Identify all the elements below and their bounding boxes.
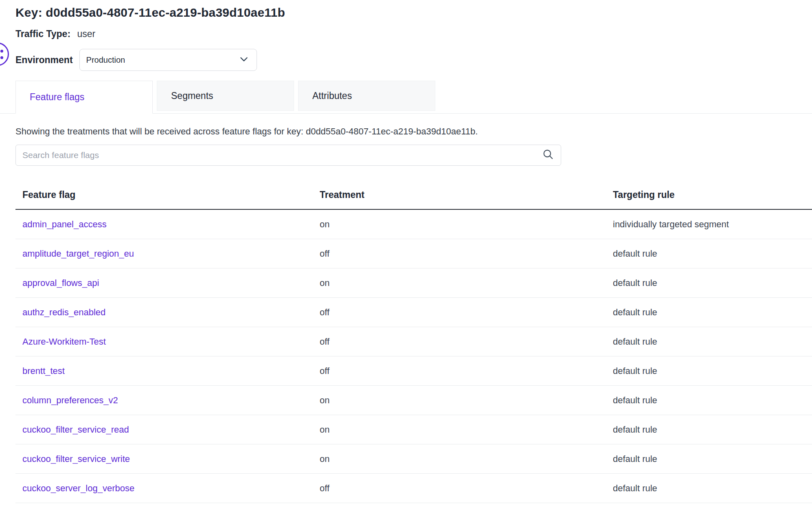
feature-flag-link[interactable]: cuckoo_filter_service_read: [22, 424, 129, 435]
page-title: Key: d0dd55a0-4807-11ec-a219-ba39d10ae11…: [15, 4, 812, 21]
tab-bar: Feature flags Segments Attributes: [0, 81, 812, 114]
search-box: [15, 145, 561, 166]
column-header-treatment: Treatment: [320, 189, 613, 200]
search-input[interactable]: [16, 145, 561, 165]
table-row: amplitude_target_region_euoffdefault rul…: [15, 239, 812, 268]
column-header-feature-flag: Feature flag: [15, 189, 320, 200]
description-text: Showing the treatments that will be rece…: [15, 125, 812, 138]
environment-row: Environment Production: [15, 49, 812, 71]
treatment-value: off: [320, 248, 613, 259]
chevron-down-icon: [239, 54, 249, 66]
tab-segments[interactable]: Segments: [157, 81, 294, 111]
table-row: approval_flows_apiondefault rule: [15, 268, 812, 298]
environment-select-value: Production: [86, 55, 239, 65]
treatment-value: off: [320, 336, 613, 347]
treatment-value: on: [320, 454, 613, 464]
table-row: Azure-Workitem-Testoffdefault rule: [15, 327, 812, 356]
treatment-value: off: [320, 366, 613, 376]
environment-label: Environment: [15, 55, 73, 66]
search-icon: [542, 148, 554, 162]
feature-flags-table: Feature flag Treatment Targeting rule ad…: [15, 180, 812, 503]
table-row: admin_panel_accessonindividually targete…: [15, 210, 812, 239]
table-row: brentt_testoffdefault rule: [15, 356, 812, 386]
column-header-targeting-rule: Targeting rule: [613, 189, 812, 200]
targeting-rule-value: default rule: [613, 454, 812, 464]
feature-flag-link[interactable]: authz_redis_enabled: [22, 307, 105, 317]
targeting-rule-value: default rule: [613, 336, 812, 347]
feature-flag-link[interactable]: admin_panel_access: [22, 219, 107, 229]
tab-feature-flags[interactable]: Feature flags: [15, 81, 153, 114]
table-row: cuckoo_server_log_verboseoffdefault rule: [15, 474, 812, 503]
targeting-rule-value: default rule: [613, 483, 812, 494]
targeting-rule-value: default rule: [613, 395, 812, 406]
environment-select[interactable]: Production: [79, 49, 257, 71]
treatment-value: on: [320, 395, 613, 406]
targeting-rule-value: default rule: [613, 307, 812, 318]
table-header-row: Feature flag Treatment Targeting rule: [15, 180, 812, 210]
table-body: admin_panel_accessonindividually targete…: [15, 210, 812, 503]
traffic-type-value: user: [77, 29, 95, 39]
page-header: Key: d0dd55a0-4807-11ec-a219-ba39d10ae11…: [0, 0, 812, 71]
targeting-rule-value: default rule: [613, 424, 812, 435]
feature-flag-link[interactable]: column_preferences_v2: [22, 395, 118, 405]
feature-flag-link[interactable]: Azure-Workitem-Test: [22, 336, 106, 347]
table-row: cuckoo_filter_service_readondefault rule: [15, 415, 812, 444]
treatment-value: off: [320, 307, 613, 318]
treatment-value: on: [320, 219, 613, 230]
targeting-rule-value: default rule: [613, 248, 812, 259]
treatment-value: on: [320, 278, 613, 288]
table-row: authz_redis_enabledoffdefault rule: [15, 298, 812, 327]
key-detail-page: Key: d0dd55a0-4807-11ec-a219-ba39d10ae11…: [0, 0, 812, 510]
targeting-rule-value: default rule: [613, 366, 812, 376]
targeting-rule-value: default rule: [613, 278, 812, 288]
feature-flag-link[interactable]: amplitude_target_region_eu: [22, 248, 134, 259]
tab-attributes[interactable]: Attributes: [298, 81, 435, 111]
feature-flag-link[interactable]: brentt_test: [22, 366, 65, 376]
feature-flag-link[interactable]: approval_flows_api: [22, 278, 99, 288]
partial-circle-icon-dot: [0, 50, 3, 53]
feature-flag-link[interactable]: cuckoo_server_log_verbose: [22, 483, 134, 493]
traffic-type-row: Traffic Type: user: [15, 28, 812, 40]
treatment-value: on: [320, 424, 613, 435]
treatment-value: off: [320, 483, 613, 494]
feature-flag-link[interactable]: cuckoo_filter_service_write: [22, 454, 130, 464]
partial-circle-icon-dot: [0, 56, 3, 59]
table-row: cuckoo_filter_service_writeondefault rul…: [15, 444, 812, 474]
tab-content: Showing the treatments that will be rece…: [0, 125, 812, 503]
targeting-rule-value: individually targeted segment: [613, 219, 812, 230]
traffic-type-label: Traffic Type:: [15, 29, 70, 39]
table-row: column_preferences_v2ondefault rule: [15, 386, 812, 415]
